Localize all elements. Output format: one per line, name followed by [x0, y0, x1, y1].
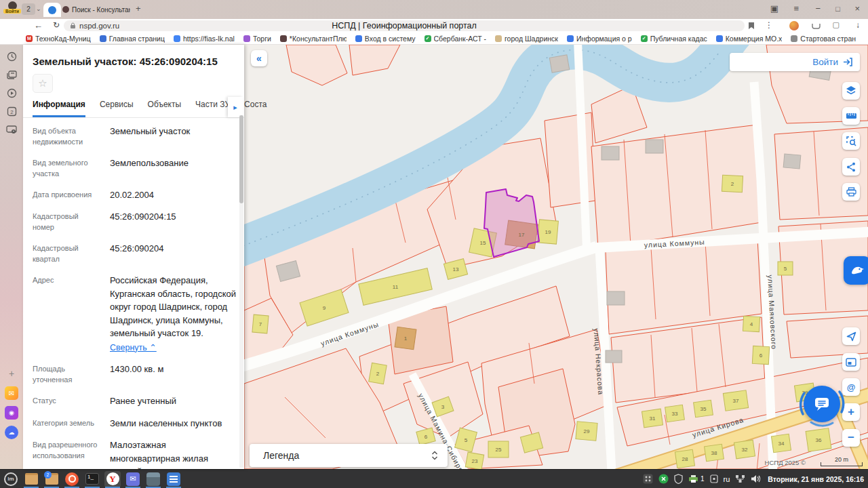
bookmark-item[interactable]: MТехноКад-Муниц: [26, 35, 91, 43]
background-tab[interactable]: Поиск - КонсультантПлю: [62, 3, 133, 16]
bookmark-item[interactable]: https://fias-lk.nal: [174, 35, 235, 43]
yandex-app-icon[interactable]: ◉: [5, 406, 18, 420]
tabs-count-icon[interactable]: 2: [5, 104, 18, 118]
profile-avatar-icon[interactable]: [789, 21, 799, 30]
building-number: 36: [816, 437, 822, 443]
terminal-app-button[interactable]: 1_: [84, 471, 100, 487]
xapp-status-icon[interactable]: [658, 474, 669, 484]
files-app-button[interactable]: [23, 471, 39, 487]
bookmark-item[interactable]: *КонсультантПлю: [280, 35, 347, 43]
nspd-assistant-button[interactable]: [844, 256, 868, 285]
login-label: Войти: [812, 57, 838, 67]
close-button[interactable]: ×: [854, 3, 860, 15]
field-value: Малоэтажная многоквартирная жилая застро…: [110, 439, 236, 469]
new-tab-button[interactable]: +: [136, 3, 141, 14]
network-icon[interactable]: [735, 474, 745, 483]
screenshot-icon[interactable]: [5, 123, 18, 136]
bookmark-favicon: [495, 35, 502, 42]
panel-scrollbar[interactable]: [239, 115, 243, 468]
tab-preview-icon[interactable]: ▣: [770, 3, 778, 15]
panel-tab-Соста[interactable]: Соста: [244, 100, 267, 117]
building: [783, 154, 801, 169]
svg-text:2: 2: [10, 108, 14, 115]
expand-collapse-icon[interactable]: [431, 451, 438, 460]
copies-icon[interactable]: ▢: [833, 20, 840, 29]
building-number: 25: [496, 447, 502, 453]
download-icon[interactable]: ↓: [856, 20, 860, 30]
tab-counter[interactable]: 2: [22, 3, 35, 15]
omnibox[interactable]: nspd.gov.ru НСПД | Геоинформационный пор…: [64, 20, 745, 31]
volume-icon[interactable]: [751, 474, 761, 483]
scrollbar-thumb[interactable]: [239, 115, 243, 203]
indicator-grid-icon[interactable]: [643, 474, 653, 484]
video-icon[interactable]: [5, 86, 18, 100]
clipboard-icon[interactable]: [710, 474, 718, 483]
zoom-in-button[interactable]: +: [842, 403, 860, 421]
active-tab[interactable]: [43, 3, 61, 17]
mint-menu-button[interactable]: lm: [3, 471, 19, 487]
legend-bar[interactable]: Легенда: [250, 444, 448, 467]
minimize-button[interactable]: −: [815, 3, 821, 15]
yandex-browser-app-button[interactable]: Y: [104, 471, 121, 487]
bookmark-item[interactable]: ✓Публичная кадас: [641, 35, 707, 43]
building-number: 7: [259, 321, 262, 327]
mail-app-button[interactable]: ✉: [125, 471, 141, 487]
bookmark-icon[interactable]: [748, 22, 755, 30]
bookmark-item[interactable]: Вход в систему: [355, 35, 416, 43]
browser-profile-chip[interactable]: Войти: [3, 1, 21, 14]
bookmark-item[interactable]: ✓Сбербанк-АСТ -: [425, 35, 487, 43]
select-area-button[interactable]: [842, 132, 860, 150]
folder-app-button[interactable]: 2: [43, 471, 60, 487]
bookmark-item[interactable]: Информация о р: [567, 35, 632, 43]
bookmark-item[interactable]: Стартовая стран: [791, 35, 856, 43]
cadastral-map[interactable]: 9111371215171925463652325293133353739363…: [244, 45, 868, 469]
bookmark-item[interactable]: Коммерция МО.х: [716, 35, 783, 43]
back-icon[interactable]: ←: [34, 20, 43, 30]
geolocation-button[interactable]: @: [842, 378, 860, 396]
bookmark-item[interactable]: Главная страниц: [100, 35, 165, 43]
chat-button[interactable]: [804, 386, 840, 422]
taskbar-clock[interactable]: Вторник, 21 янв 2025, 16:16: [768, 475, 864, 483]
zoom-out-button[interactable]: −: [842, 429, 860, 447]
documents-app-button[interactable]: [145, 471, 161, 487]
menu-icon[interactable]: ≡: [793, 3, 799, 15]
shield-icon[interactable]: [674, 474, 683, 484]
printer-badge: 1: [701, 475, 705, 483]
collapse-address-link[interactable]: Свернуть ⌃: [110, 342, 157, 354]
field-row: Вид объекта недвижимостиЗемельный участо…: [33, 125, 239, 148]
add-panel-icon[interactable]: +: [5, 367, 18, 380]
minimap-button[interactable]: [842, 353, 860, 371]
tasklist-app-button[interactable]: [165, 471, 182, 487]
kebab-menu-icon[interactable]: ⋮: [765, 20, 773, 30]
maximize-button[interactable]: □: [835, 3, 840, 15]
bookmark-item[interactable]: город Шадринск: [495, 35, 558, 43]
keyboard-layout[interactable]: ru: [724, 475, 730, 483]
building: [607, 291, 625, 305]
bookmark-item[interactable]: Торги: [243, 35, 271, 43]
bookmark-label: Главная страниц: [109, 35, 165, 43]
bookmark-favicon: [567, 35, 574, 42]
locate-me-button[interactable]: [842, 327, 860, 345]
bookmark-favicon: ✓: [641, 35, 648, 42]
tray-icon[interactable]: [812, 23, 821, 29]
chevron-down-icon[interactable]: ⌄: [36, 5, 41, 12]
history-icon[interactable]: [5, 49, 18, 63]
tabs-scroll-right-button[interactable]: ▸: [228, 97, 243, 117]
printer-queue-icon[interactable]: 1: [688, 474, 705, 483]
favorite-star-button[interactable]: ☆: [33, 74, 53, 93]
share-button[interactable]: [842, 158, 860, 176]
bookmark-favicon: [243, 35, 250, 42]
yandex-mail-icon[interactable]: ✉: [5, 386, 18, 400]
print-button[interactable]: [842, 183, 860, 201]
map-canvas[interactable]: 9111371215171925463652325293133353739363…: [244, 45, 868, 469]
field-value: 20.02.2004: [110, 188, 236, 202]
browser2-app-button[interactable]: [64, 471, 80, 487]
layers-button[interactable]: [842, 82, 860, 100]
ruler-button[interactable]: [842, 107, 860, 125]
collapse-panel-button[interactable]: «: [251, 50, 267, 66]
yandex-disk-icon[interactable]: ☁: [5, 426, 18, 439]
reload-icon[interactable]: ↻: [53, 20, 60, 30]
map-login-bar[interactable]: Войти: [730, 53, 860, 71]
bookmark-label: Торги: [253, 35, 271, 43]
boards-icon[interactable]: [5, 68, 18, 81]
